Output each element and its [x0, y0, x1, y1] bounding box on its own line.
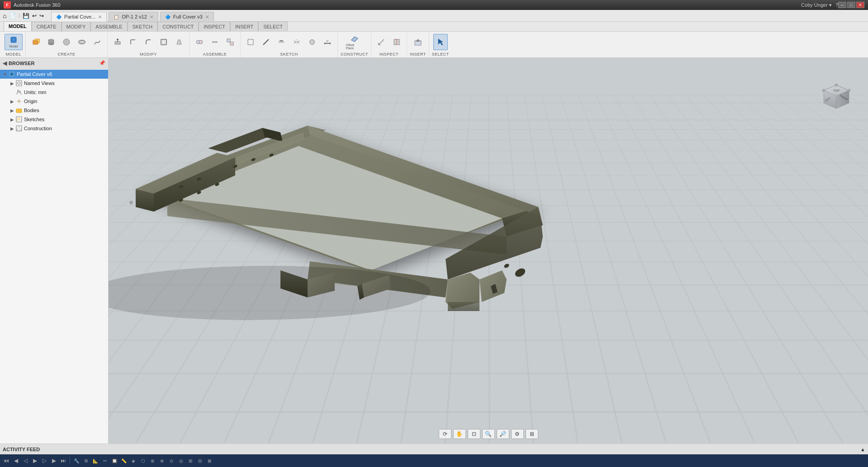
- redo-icon[interactable]: ↪: [39, 13, 44, 19]
- sketch-rect-button[interactable]: [243, 34, 258, 50]
- construct-plane-button[interactable]: Offset Plane: [346, 34, 364, 50]
- browser-pin-button[interactable]: 📌: [99, 60, 105, 66]
- close-button[interactable]: ✕: [856, 2, 864, 8]
- create-coil-button[interactable]: [90, 34, 104, 50]
- sketch-mirror-button[interactable]: [289, 34, 304, 50]
- grid-settings-button[interactable]: ⊞: [526, 429, 538, 439]
- taskbar-tool-7[interactable]: ◈: [129, 457, 138, 465]
- taskbar-tool-15[interactable]: ⊠: [205, 457, 214, 465]
- browser-panel: ◀ BROWSER 📌 ▼ Partial Cover v6 ▶ Named V…: [0, 58, 109, 443]
- ribbon-tab-insert[interactable]: INSERT: [230, 22, 258, 31]
- tree-item-units[interactable]: ▶ Units: mm: [0, 88, 108, 97]
- ribbon-tab-modify[interactable]: MODIFY: [62, 22, 91, 31]
- taskbar-tool-3[interactable]: 📐: [91, 457, 100, 465]
- tree-item-root[interactable]: ▼ Partial Cover v6: [0, 70, 108, 79]
- taskbar-play-fwd-button[interactable]: ▷: [40, 457, 49, 465]
- taskbar-tool-4[interactable]: ✂: [100, 457, 109, 465]
- taskbar-play-button[interactable]: ▶: [30, 457, 39, 465]
- taskbar-tool-11[interactable]: ⊙: [167, 457, 176, 465]
- viewport[interactable]: TOP LEFT FRONT ⟳ ✋ ⊡ 🔍 🔎 ⚙ ⊞: [109, 58, 868, 443]
- taskbar-tool-5[interactable]: 🔲: [110, 457, 119, 465]
- taskbar-tool-14[interactable]: ⊟: [195, 457, 204, 465]
- new-icon[interactable]: 📄: [9, 13, 16, 19]
- tree-item-named-views[interactable]: ▶ Named Views: [0, 79, 108, 88]
- chamfer-button[interactable]: [141, 34, 156, 50]
- home-icon[interactable]: ⌂: [3, 12, 6, 19]
- tab-close-partial[interactable]: ✕: [98, 14, 102, 19]
- tree-item-bodies[interactable]: ▶ Bodies: [0, 106, 108, 115]
- tree-arrow-bodies[interactable]: ▶: [9, 108, 15, 113]
- create-sphere-button[interactable]: [59, 34, 74, 50]
- svg-rect-9: [161, 39, 166, 45]
- insert-decal-button[interactable]: [411, 34, 425, 50]
- tree-item-construction[interactable]: ▶ Construction: [0, 124, 108, 133]
- sketch-offset-button[interactable]: [274, 34, 289, 50]
- measure-button[interactable]: [374, 34, 389, 50]
- zoom-in-button[interactable]: 🔍: [482, 429, 495, 439]
- ribbon-tab-construct[interactable]: CONSTRUCT: [157, 22, 199, 31]
- browser-collapse-button[interactable]: ◀: [3, 60, 7, 66]
- taskbar-step-fwd-button[interactable]: ▶: [49, 457, 58, 465]
- tab-close-op12[interactable]: ✕: [150, 14, 153, 19]
- svg-point-74: [835, 94, 838, 97]
- taskbar-tool-2[interactable]: ⚙: [81, 457, 90, 465]
- taskbar-tool-6[interactable]: 📏: [119, 457, 128, 465]
- shell-button[interactable]: [157, 34, 171, 50]
- ribbon-group-sketch: D SKETCH: [241, 32, 338, 57]
- fillet-button[interactable]: [126, 34, 140, 50]
- taskbar-tool-9[interactable]: ⊕: [148, 457, 157, 465]
- tree-item-origin[interactable]: ▶ Origin: [0, 97, 108, 106]
- taskbar-tool-8[interactable]: ⬡: [138, 457, 147, 465]
- sketch-project-button[interactable]: [305, 34, 319, 50]
- component-button[interactable]: [223, 34, 237, 50]
- taskbar-step-back-button[interactable]: ◀: [11, 457, 20, 465]
- taskbar-tool-10[interactable]: ⊗: [157, 457, 166, 465]
- orbit-button[interactable]: ⟳: [439, 429, 451, 439]
- joint-button[interactable]: [192, 34, 207, 50]
- pan-button[interactable]: ✋: [453, 429, 466, 439]
- ribbon-tab-inspect[interactable]: INSPECT: [199, 22, 230, 31]
- viewcube[interactable]: TOP LEFT FRONT: [818, 80, 854, 117]
- taskbar-tool-1[interactable]: 🔧: [72, 457, 81, 465]
- select-button[interactable]: [433, 34, 448, 50]
- draft-button[interactable]: [172, 34, 186, 50]
- maximize-button[interactable]: □: [847, 2, 855, 8]
- activity-feed-toggle[interactable]: ▲: [860, 447, 865, 452]
- save-icon[interactable]: 💾: [23, 13, 29, 19]
- user-info[interactable]: Coby Unger ▾: [801, 2, 832, 8]
- taskbar-next-button[interactable]: ⏭: [59, 457, 68, 465]
- taskbar-tool-13[interactable]: ⊞: [186, 457, 195, 465]
- tree-arrow-origin[interactable]: ▶: [9, 99, 15, 104]
- ribbon-tab-assemble[interactable]: ASSEMBLE: [90, 22, 127, 31]
- zoom-fit-button[interactable]: ⊡: [468, 429, 480, 439]
- display-settings-button[interactable]: ⚙: [511, 429, 524, 439]
- ribbon-tab-select[interactable]: SELECT: [258, 22, 288, 31]
- zoom-out-button[interactable]: 🔎: [497, 429, 509, 439]
- tree-arrow-construction[interactable]: ▶: [9, 126, 15, 131]
- tab-op12[interactable]: 📋 OP-1 2 v12 ✕: [109, 12, 158, 22]
- taskbar-play-back-button[interactable]: ◁: [21, 457, 30, 465]
- model-button[interactable]: Model: [5, 34, 23, 50]
- tree-arrow-named-views[interactable]: ▶: [9, 81, 15, 86]
- sketch-dimension-button[interactable]: D: [320, 34, 335, 50]
- tab-partial-cover[interactable]: 🔷 Partial Cove... ✕: [51, 12, 107, 22]
- tab-full-cover[interactable]: 🔷 Full Cover v3 ✕: [160, 12, 214, 22]
- taskbar-tool-12[interactable]: ◎: [176, 457, 185, 465]
- motion-link-button[interactable]: [208, 34, 222, 50]
- taskbar-prev-button[interactable]: ⏮: [2, 457, 11, 465]
- tree-arrow-root[interactable]: ▼: [2, 72, 8, 77]
- create-torus-button[interactable]: [75, 34, 89, 50]
- ribbon-tab-sketch[interactable]: SKETCH: [128, 22, 158, 31]
- display-section-button[interactable]: [389, 34, 404, 50]
- create-box-button[interactable]: [28, 34, 43, 50]
- undo-icon[interactable]: ↩: [32, 13, 37, 19]
- tab-close-full-cover[interactable]: ✕: [205, 14, 209, 19]
- tree-arrow-sketches[interactable]: ▶: [9, 117, 15, 122]
- tree-item-sketches[interactable]: ▶ Sketches: [0, 115, 108, 124]
- create-cylinder-button[interactable]: [44, 34, 58, 50]
- ribbon-tab-model[interactable]: MODEL: [4, 21, 32, 31]
- ribbon-tab-create[interactable]: CREATE: [32, 22, 62, 31]
- sketch-line-button[interactable]: [259, 34, 273, 50]
- minimize-button[interactable]: ─: [838, 2, 846, 8]
- press-pull-button[interactable]: [110, 34, 125, 50]
